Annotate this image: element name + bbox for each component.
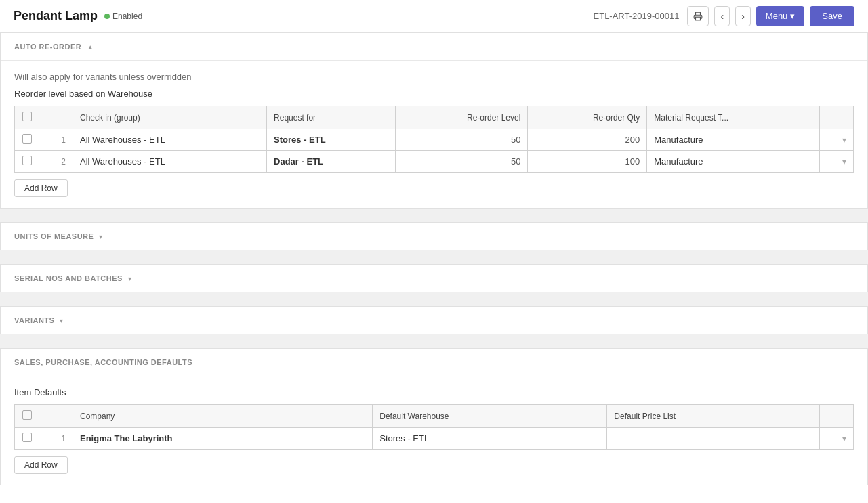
menu-label: Menu: [766, 11, 788, 21]
col-default-warehouse: Default Warehouse: [373, 405, 607, 428]
table-row: 2 All Warehouses - ETL Dadar - ETL 50 10…: [15, 151, 854, 173]
table-row: 1 Enigma The Labyrinth Stores - ETL ▾: [15, 428, 854, 450]
auto-reorder-title: AUTO RE-ORDER: [14, 43, 81, 51]
col-default-price-list: Default Price List: [607, 405, 820, 428]
sp-row1-default-price-list[interactable]: [607, 428, 820, 450]
sp-row1-default-warehouse[interactable]: Stores - ETL: [373, 428, 607, 450]
serial-nos-batches-section: SERIAL NOS AND BATCHES ▾: [0, 264, 868, 292]
sp-row1-chevron-icon: ▾: [842, 434, 846, 443]
serial-nos-batches-header[interactable]: SERIAL NOS AND BATCHES ▾: [1, 265, 867, 292]
col-reorder-qty: Re-order Qty: [528, 106, 647, 129]
divider-2: [0, 250, 868, 264]
serial-nos-batches-title: SERIAL NOS AND BATCHES: [14, 274, 123, 282]
variants-title: VARIANTS: [14, 316, 54, 324]
sp-row1-dropdown[interactable]: ▾: [820, 428, 854, 450]
row1-chevron-icon: ▾: [842, 135, 846, 145]
menu-chevron-icon: ▾: [790, 11, 795, 21]
divider-1: [0, 209, 868, 222]
col-check-all-sp: [15, 405, 39, 428]
row1-material-request[interactable]: Manufacture: [647, 129, 820, 151]
row1-reorder-qty[interactable]: 200: [528, 129, 647, 151]
col-check-all: [15, 106, 39, 129]
row1-request-for[interactable]: Stores - ETL: [267, 129, 396, 151]
row2-num: 2: [39, 151, 73, 173]
auto-reorder-header[interactable]: AUTO RE-ORDER ▲: [1, 33, 867, 61]
save-button[interactable]: Save: [810, 6, 854, 26]
row2-check: [15, 151, 39, 173]
row2-reorder-level[interactable]: 50: [396, 151, 528, 173]
print-button[interactable]: [687, 6, 709, 26]
sp-row1-check: [15, 428, 39, 450]
col-actions: [820, 106, 854, 129]
row2-dropdown[interactable]: ▾: [820, 151, 854, 173]
row2-chevron-icon: ▾: [842, 157, 846, 167]
row2-material-request[interactable]: Manufacture: [647, 151, 820, 173]
col-request-for: Request for: [267, 106, 396, 129]
menu-button[interactable]: Menu ▾: [756, 6, 805, 26]
row1-check: [15, 129, 39, 151]
col-num-sp: [39, 405, 73, 428]
sp-row1-checkbox[interactable]: [22, 433, 32, 442]
sp-row1-num: 1: [39, 428, 73, 450]
col-actions-sp: [820, 405, 854, 428]
auto-reorder-table: Check in (group) Request for Re-order Le…: [14, 106, 854, 173]
units-of-measure-header[interactable]: UNITS OF MEASURE ▾: [1, 223, 867, 250]
row1-reorder-level[interactable]: 50: [396, 129, 528, 151]
row1-checkbox[interactable]: [22, 134, 32, 144]
serial-nos-batches-chevron-icon: ▾: [128, 275, 131, 282]
select-all-checkbox[interactable]: [22, 112, 32, 121]
col-company: Company: [73, 405, 373, 428]
status-label: Enabled: [112, 12, 142, 21]
variants-header[interactable]: VARIANTS ▾: [1, 307, 867, 334]
units-of-measure-title: UNITS OF MEASURE: [14, 232, 94, 240]
divider-4: [0, 334, 868, 348]
row2-request-for[interactable]: Dadar - ETL: [267, 151, 396, 173]
row2-reorder-qty[interactable]: 100: [528, 151, 647, 173]
table-row: 1 All Warehouses - ETL Stores - ETL 50 2…: [15, 129, 854, 151]
next-button[interactable]: ›: [735, 6, 751, 26]
doc-id: ETL-ART-2019-00011: [594, 11, 680, 21]
row1-check-in[interactable]: All Warehouses - ETL: [73, 129, 267, 151]
row1-dropdown[interactable]: ▾: [820, 129, 854, 151]
col-material-request: Material Request T...: [647, 106, 820, 129]
auto-reorder-chevron-icon: ▲: [87, 43, 94, 51]
item-defaults-label: Item Defaults: [14, 387, 854, 397]
sales-purchase-title: SALES, PURCHASE, ACCOUNTING DEFAULTS: [14, 358, 192, 366]
auto-reorder-note: Will also apply for variants unless over…: [14, 72, 854, 82]
row2-check-in[interactable]: All Warehouses - ETL: [73, 151, 267, 173]
sales-purchase-body: Item Defaults Company Default Warehouse …: [1, 376, 867, 485]
sales-purchase-header[interactable]: SALES, PURCHASE, ACCOUNTING DEFAULTS: [1, 349, 867, 376]
col-check-in: Check in (group): [73, 106, 267, 129]
sales-purchase-section: SALES, PURCHASE, ACCOUNTING DEFAULTS Ite…: [0, 348, 868, 485]
auto-reorder-body: Will also apply for variants unless over…: [1, 61, 867, 208]
units-of-measure-chevron-icon: ▾: [99, 233, 102, 240]
prev-button[interactable]: ‹: [714, 6, 730, 26]
item-defaults-table: Company Default Warehouse Default Price …: [14, 404, 854, 450]
units-of-measure-section: UNITS OF MEASURE ▾: [0, 222, 868, 250]
auto-reorder-section: AUTO RE-ORDER ▲ Will also apply for vari…: [0, 32, 868, 209]
sp-row1-company[interactable]: Enigma The Labyrinth: [73, 428, 373, 450]
col-num: [39, 106, 73, 129]
col-reorder-level: Re-order Level: [396, 106, 528, 129]
select-all-sp-checkbox[interactable]: [22, 410, 32, 420]
divider-3: [0, 292, 868, 306]
page-title: Pendant Lamp: [14, 9, 98, 23]
row1-num: 1: [39, 129, 73, 151]
sales-purchase-add-row-button[interactable]: Add Row: [14, 456, 68, 474]
row2-checkbox[interactable]: [22, 156, 32, 165]
status-badge: Enabled: [104, 12, 142, 21]
status-dot: [104, 14, 110, 19]
variants-chevron-icon: ▾: [60, 317, 63, 324]
auto-reorder-sublabel: Reorder level based on Warehouse: [14, 89, 854, 99]
auto-reorder-add-row-button[interactable]: Add Row: [14, 179, 68, 197]
variants-section: VARIANTS ▾: [0, 306, 868, 334]
svg-rect-0: [696, 17, 701, 20]
